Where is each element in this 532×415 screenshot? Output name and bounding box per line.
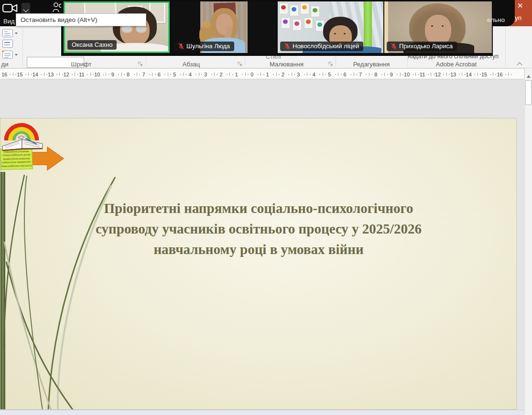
logo-caption-banner: Комунальна установа «Новослобідський цен… [0, 148, 33, 170]
muted-mic-icon [391, 43, 397, 50]
participant-name: Оксана Сахно [72, 41, 112, 48]
ruler-unit: 13 [450, 69, 465, 79]
ruler-unit: 7 [357, 69, 372, 79]
ruler-unit: 3 [202, 69, 217, 79]
ruler-unit: 6 [342, 69, 357, 79]
ruler-unit: 2 [217, 69, 233, 79]
ruler-unit: 9 [109, 69, 125, 79]
ruler-unit: 4 [311, 69, 326, 79]
participant-name: Шульгіна Люда [186, 43, 230, 50]
ruler-unit: 15 [481, 69, 496, 79]
ruler-unit: 2 [280, 69, 295, 79]
chevron-down-icon [15, 54, 18, 56]
title-line-2: супроводу учасників освітнього процесу у… [43, 219, 474, 239]
ruler-unit: 16 [1, 69, 16, 79]
ruler-unit: 0 [249, 69, 264, 79]
ruler-unit: 8 [372, 69, 388, 79]
vertical-scrollbar[interactable] [524, 68, 532, 415]
caption-line: Новослобідської сільської ради [1, 164, 32, 168]
horizontal-scrollbar-strip[interactable] [0, 410, 524, 415]
muted-mic-icon [178, 43, 184, 50]
title-line-1: Пріоритетні напрямки соціально-психологі… [43, 198, 474, 219]
participant-name-label: Оксана Сахно [67, 40, 117, 50]
group-label-drawing: Малювання [245, 61, 328, 68]
open-book-icon [0, 138, 44, 151]
titlebar-share-fragment[interactable]: уп [515, 14, 521, 21]
video-tile-shulhina-liuda[interactable]: Шульгіна Люда [172, 1, 277, 53]
scroll-up-button[interactable] [525, 70, 532, 80]
participant-name-label: Новослобідський ліцей [280, 42, 363, 51]
participant-name-label: Приходько Лариса [387, 42, 457, 51]
stop-video-tooltip: Остановить видео (Alt+V) [16, 13, 146, 26]
slide-title[interactable]: Пріоритетні напрямки соціально-психологі… [43, 198, 474, 260]
ruler-unit: 5 [326, 69, 341, 79]
group-label-acrobat: Adobe Acrobat [407, 61, 505, 68]
chevron-down-icon [15, 32, 18, 34]
triangle-up-icon [527, 75, 531, 78]
ruler-unit: 9 [388, 69, 403, 79]
ruler-unit: 5 [171, 69, 186, 79]
zoom-more-fragment: ельно [487, 16, 505, 23]
paragraph-dialog-launcher-icon[interactable] [237, 61, 243, 67]
ruler-unit: 6 [156, 69, 171, 79]
ruler-unit: 8 [125, 69, 140, 79]
zoom-video-strip: Оксана Сахно Шульгіна Люда [61, 0, 493, 56]
ruler-unit: 11 [419, 69, 434, 79]
scrollbar-thumb[interactable] [525, 80, 532, 105]
slide[interactable]: Комунальна установа «Новослобідський цен… [0, 118, 517, 410]
horizontal-ruler: 1615141312111098765432101234567891011121… [0, 68, 524, 79]
ruler-unit: 11 [78, 69, 94, 79]
group-label-font: Шрифт [24, 61, 139, 68]
ruler-unit: 12 [63, 69, 78, 79]
participant-name: Новослобідський ліцей [293, 43, 359, 50]
close-icon[interactable]: ✕ [517, 1, 523, 10]
ruler-unit: 16 [497, 69, 512, 79]
collapse-ribbon-icon[interactable] [518, 63, 522, 66]
group-label-editing: Редагування [336, 61, 407, 68]
ruler-unit: 15 [16, 69, 32, 79]
reset-icon [2, 40, 13, 48]
ruler-unit: 1 [264, 69, 280, 79]
video-camera-icon [2, 2, 18, 14]
ruler-unit: 14 [466, 69, 481, 79]
participant-name-label: Шульгіна Люда [174, 42, 234, 51]
ruler-unit: 1 [233, 69, 249, 79]
ruler-unit: 3 [295, 69, 310, 79]
muted-mic-icon [284, 43, 290, 50]
video-button-label: Вид [3, 18, 15, 25]
ruler-unit: 14 [32, 69, 47, 79]
ruler-unit: 7 [141, 69, 156, 79]
ruler-unit: 10 [403, 69, 419, 79]
group-label-slides: ди [0, 61, 10, 68]
participant-name: Приходько Лариса [399, 43, 453, 50]
layout-icon [2, 29, 13, 37]
editing-canvas: Комунальна установа «Новослобідський цен… [0, 79, 524, 415]
video-tile-prykhodko-larysa[interactable]: Приходько Лариса [384, 1, 492, 53]
group-label-paragraph: Абзац [146, 61, 237, 68]
ruler-unit: 13 [47, 69, 63, 79]
powerpoint-window: ✦ Ж К П S Стилі надати до нього спільний… [0, 0, 532, 415]
new-slide-icon: ✦ [2, 51, 13, 59]
ruler-unit: 10 [94, 69, 109, 79]
video-tile-oksana-sakhno[interactable]: Оксана Сахно [64, 1, 170, 53]
font-dialog-launcher-icon[interactable] [138, 61, 143, 67]
drawing-dialog-launcher-icon[interactable] [328, 61, 334, 67]
video-tile-novoslobidskyi-litsei[interactable]: Новослобідський ліцей [278, 1, 383, 53]
ruler-unit: 4 [187, 69, 202, 79]
ruler-unit: 12 [434, 69, 450, 79]
title-line-3: навчальному році в умовах війни [43, 239, 474, 260]
